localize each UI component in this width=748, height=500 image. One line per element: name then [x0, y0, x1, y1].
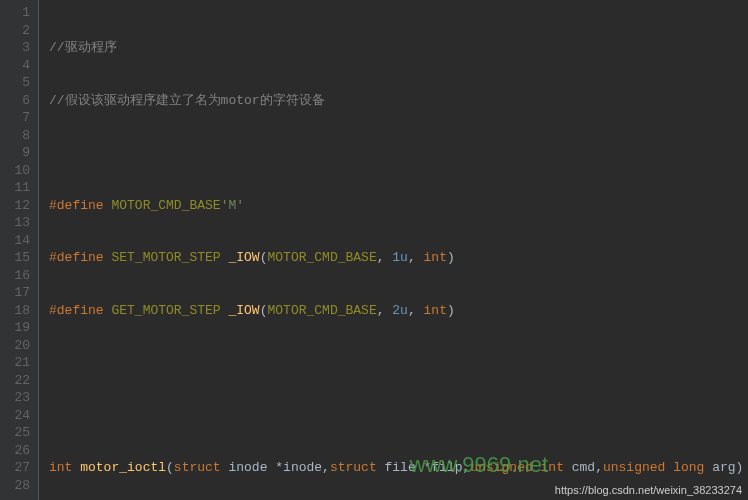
code-line: int motor_ioctl(struct inode *inode,stru…	[49, 459, 748, 477]
line-number: 14	[12, 232, 30, 250]
line-number: 28	[12, 477, 30, 495]
line-number: 16	[12, 267, 30, 285]
line-number: 10	[12, 162, 30, 180]
line-number: 19	[12, 319, 30, 337]
line-number: 3	[12, 39, 30, 57]
line-number: 26	[12, 442, 30, 460]
line-number: 2	[12, 22, 30, 40]
line-number: 25	[12, 424, 30, 442]
code-editor[interactable]: 1234567891011121314151617181920212223242…	[0, 0, 748, 500]
code-line: #define GET_MOTOR_STEP _IOW(MOTOR_CMD_BA…	[49, 302, 748, 320]
line-number: 15	[12, 249, 30, 267]
code-line: #define MOTOR_CMD_BASE'M'	[49, 197, 748, 215]
line-number: 21	[12, 354, 30, 372]
line-number: 20	[12, 337, 30, 355]
line-number: 11	[12, 179, 30, 197]
line-number: 12	[12, 197, 30, 215]
line-number: 6	[12, 92, 30, 110]
line-number-gutter: 1234567891011121314151617181920212223242…	[0, 0, 39, 500]
line-number: 24	[12, 407, 30, 425]
line-number: 13	[12, 214, 30, 232]
line-number: 17	[12, 284, 30, 302]
code-line	[49, 407, 748, 425]
code-line: #define SET_MOTOR_STEP _IOW(MOTOR_CMD_BA…	[49, 249, 748, 267]
line-number: 23	[12, 389, 30, 407]
line-number: 7	[12, 109, 30, 127]
code-line	[49, 354, 748, 372]
code-line: //驱动程序	[49, 39, 748, 57]
line-number: 18	[12, 302, 30, 320]
line-number: 5	[12, 74, 30, 92]
line-number: 27	[12, 459, 30, 477]
line-number: 22	[12, 372, 30, 390]
code-line: //假设该驱动程序建立了名为motor的字符设备	[49, 92, 748, 110]
code-area[interactable]: //驱动程序 //假设该驱动程序建立了名为motor的字符设备 #define …	[39, 0, 748, 500]
code-line	[49, 144, 748, 162]
line-number: 8	[12, 127, 30, 145]
line-number: 9	[12, 144, 30, 162]
line-number: 4	[12, 57, 30, 75]
line-number: 1	[12, 4, 30, 22]
